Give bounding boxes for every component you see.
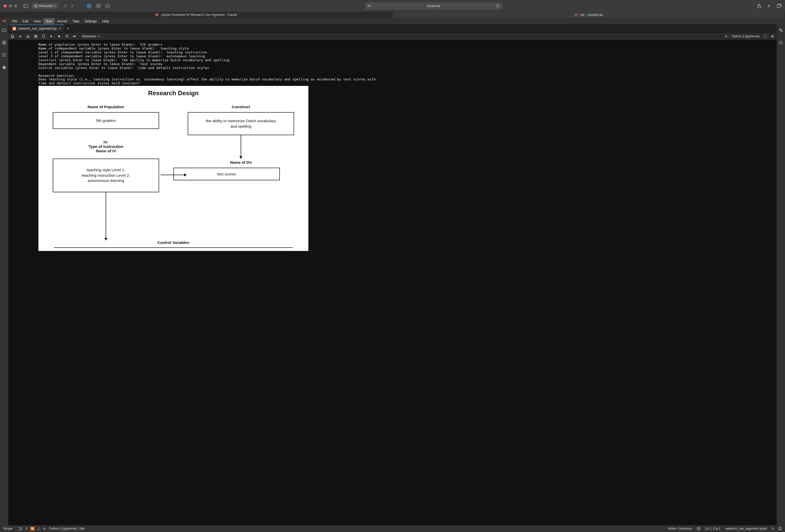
menu-view[interactable]: View [31, 18, 43, 24]
population-box: 5th graders [53, 112, 159, 129]
svg-line-48 [779, 42, 780, 42]
cell-output-text: Name of population (press Enter to leave… [11, 42, 774, 86]
address-bar[interactable]: localhost [365, 2, 502, 9]
browser-tab-jupyter[interactable]: lab - JupyterLab [392, 12, 785, 18]
kernels-count[interactable]: 1 [37, 527, 40, 530]
svg-point-4 [88, 5, 90, 7]
menu-help[interactable]: Help [99, 18, 111, 24]
document-tab-bar: ▦ research_use_argument.ipy × + [8, 24, 777, 32]
paste-button[interactable] [42, 34, 46, 39]
filename-status[interactable]: research_use_argument.ipynb [725, 527, 767, 530]
sidebar-toggle-button[interactable] [22, 3, 29, 9]
arrow-construct-to-dv [240, 135, 241, 158]
settings-status-icon[interactable] [43, 527, 46, 530]
kernel-name[interactable]: Python 3 (ipykernel) [732, 34, 760, 38]
running-icon[interactable] [2, 40, 6, 45]
debugger-icon[interactable] [779, 40, 783, 45]
reload-button[interactable] [496, 4, 500, 8]
notebook-toolbar: Markdown Python 3 (ipykernel) [8, 32, 777, 40]
iv-value: teaching style Level 1:teaching instruct… [82, 168, 130, 183]
window-controls [4, 4, 17, 7]
svg-line-51 [782, 43, 783, 44]
close-window-button[interactable] [4, 4, 7, 7]
new-tab-button[interactable] [767, 4, 771, 8]
document-tab-label: research_use_argument.ipy [18, 27, 57, 30]
indicator-3[interactable] [105, 4, 110, 8]
forward-button[interactable] [71, 4, 74, 8]
chevron-down-icon [54, 5, 56, 7]
property-inspector-icon[interactable] [779, 28, 783, 32]
close-tab-button[interactable]: × [59, 26, 61, 31]
share-button[interactable] [757, 4, 761, 8]
svg-line-57 [43, 528, 44, 528]
svg-line-6 [98, 5, 99, 7]
back-button[interactable] [64, 4, 67, 8]
svg-rect-17 [3, 42, 5, 43]
menu-settings[interactable]: Settings [82, 18, 99, 24]
indicator-1[interactable] [87, 4, 92, 8]
profile-selector[interactable]: Personal [32, 3, 59, 9]
iv-label-2: Type of Instruction [88, 144, 123, 149]
kernel-status-icon[interactable] [724, 34, 728, 39]
diagram-title: Research Design [39, 86, 308, 105]
svg-point-22 [2, 55, 2, 55]
copy-button[interactable] [34, 34, 38, 39]
svg-line-38 [727, 37, 727, 37]
extensions-icon[interactable] [2, 65, 6, 70]
menu-edit[interactable]: Edit [20, 18, 31, 24]
run-button[interactable] [49, 34, 53, 39]
dv-value: test scores [217, 172, 236, 176]
svg-rect-31 [58, 35, 60, 37]
svg-point-45 [781, 30, 782, 32]
indicator-2[interactable] [96, 4, 101, 8]
kernel-idle-indicator[interactable] [763, 34, 767, 38]
menu-run[interactable]: Run [43, 18, 55, 24]
toolbar-menu-icon[interactable] [770, 34, 775, 39]
menu-file[interactable]: File [9, 18, 20, 24]
new-launcher-button[interactable]: + [64, 25, 71, 32]
extension-indicators [87, 4, 110, 8]
trust-icon[interactable] [697, 527, 701, 530]
minimize-window-button[interactable] [9, 4, 12, 7]
cell-type-label: Markdown [82, 34, 96, 38]
insert-cell-button[interactable] [18, 34, 22, 39]
toc-icon[interactable] [2, 53, 6, 57]
restart-run-all-button[interactable] [73, 34, 77, 39]
svg-line-59 [43, 529, 44, 530]
browser-tab-claude[interactable]: Jupyter Notebook for Research Use Argume… [0, 12, 392, 18]
menu-kernel[interactable]: Kernel [55, 18, 70, 24]
interrupt-button[interactable] [57, 34, 61, 39]
files-icon[interactable] [2, 28, 6, 32]
svg-rect-0 [24, 4, 28, 7]
control-label: Control Variables [39, 240, 308, 245]
site-settings-icon[interactable] [367, 4, 371, 7]
simple-mode-label: Simple [3, 527, 13, 530]
svg-rect-24 [12, 36, 13, 37]
construct-value: the ability to memorize Dutch vocabulary… [206, 118, 276, 129]
mode-text[interactable]: Mode: Command [668, 527, 692, 530]
tab-overview-button[interactable] [777, 4, 781, 8]
bell-icon[interactable] [778, 527, 782, 531]
simple-mode-toggle[interactable] [16, 527, 23, 530]
construct-label: Construct [232, 105, 250, 109]
svg-point-11 [370, 6, 371, 7]
chevron-down-icon [98, 35, 100, 37]
terminals-count[interactable]: 0 [26, 527, 27, 530]
dv-box: test scores [173, 168, 280, 180]
maximize-window-button[interactable] [14, 4, 17, 7]
notebook-icon: ▦ [12, 27, 16, 30]
menu-tabs[interactable]: Tabs [70, 18, 82, 24]
nav-arrows [64, 4, 74, 8]
cut-button[interactable] [26, 34, 30, 39]
iv-label-1: IV: [104, 140, 108, 144]
cursor-position[interactable]: Ln 1, Col 1 [705, 527, 720, 530]
save-button[interactable] [10, 34, 15, 39]
restart-button[interactable] [65, 34, 69, 39]
kernel-status-text[interactable]: Python 3 (ipykernel) | Idle [49, 527, 85, 530]
svg-line-39 [725, 37, 725, 37]
notebook-area[interactable]: Name of population (press Enter to leave… [8, 40, 777, 525]
jupyter-logo[interactable] [2, 19, 7, 23]
document-tab[interactable]: ▦ research_use_argument.ipy × [9, 24, 64, 32]
cell-type-select[interactable]: Markdown [80, 34, 102, 39]
svg-point-32 [726, 36, 727, 37]
